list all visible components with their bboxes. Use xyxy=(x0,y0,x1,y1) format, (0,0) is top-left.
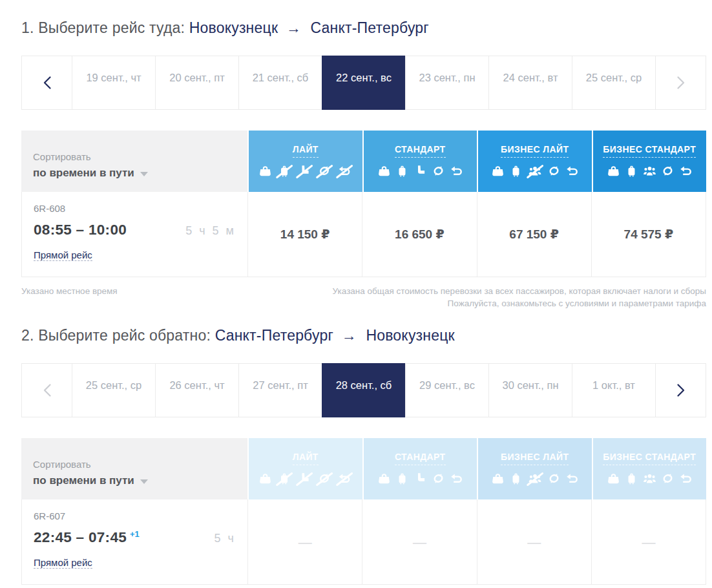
date-cell[interactable]: 24 сент., вт xyxy=(488,56,572,109)
fare-name[interactable]: БИЗНЕС ЛАЙТ xyxy=(501,144,569,158)
suitcase-icon-crossed xyxy=(276,163,293,178)
fare-column-standard[interactable]: СТАНДАРТ xyxy=(362,131,477,192)
fare-column-lite[interactable]: ЛАЙТ xyxy=(247,131,362,192)
date-label: 25 сент., ср xyxy=(586,72,642,83)
bag-icon xyxy=(377,471,392,486)
date-label: 1 окт., вт xyxy=(592,379,635,391)
prev-dates-button[interactable] xyxy=(22,364,72,417)
date-cell[interactable]: 29 сент., вс xyxy=(405,364,488,417)
date-label: 22 сент., вс xyxy=(336,72,392,83)
fare-icons xyxy=(377,163,464,179)
suitcase-icon xyxy=(624,163,639,178)
date-cell[interactable]: 30 сент., пн xyxy=(488,364,572,417)
fare-name[interactable]: ЛАЙТ xyxy=(293,144,319,158)
sort-label: Сортировать xyxy=(33,459,236,470)
refresh-icon xyxy=(431,163,446,178)
plus-days-badge: +1 xyxy=(130,529,140,539)
bag-icon xyxy=(490,163,505,178)
return-origin: Санкт-Петербург xyxy=(215,327,333,344)
date-cell[interactable]: 1 окт., вт xyxy=(572,364,656,417)
return-icon xyxy=(678,163,693,178)
date-cell-selected[interactable]: 22 сент., вс xyxy=(322,56,405,110)
refresh-icon xyxy=(431,471,446,486)
return-title: 2. Выберите рейс обратно: Санкт-Петербур… xyxy=(21,327,706,344)
refresh-icon-crossed xyxy=(316,471,333,486)
local-time-note: Указано местное время xyxy=(21,285,118,310)
price-cell-standard[interactable]: 16 650 ₽ xyxy=(362,192,476,277)
date-cell[interactable]: 27 сент., пт xyxy=(238,364,322,417)
price-placeholder-business-standard: — xyxy=(591,499,706,584)
seat-icon xyxy=(413,163,428,178)
price-disclaimer-line1: Указана общая стоимость перевозки за все… xyxy=(333,285,706,297)
flight-duration: 5 ч xyxy=(215,532,236,545)
date-cell[interactable]: 26 сент., чт xyxy=(155,364,238,417)
date-cell[interactable]: 19 сент., чт xyxy=(72,56,155,109)
return-destination: Новокузнецк xyxy=(366,327,454,344)
direct-flight-link[interactable]: Прямой рейс xyxy=(34,249,92,261)
direct-flight-link[interactable]: Прямой рейс xyxy=(34,557,92,569)
group-icon-crossed xyxy=(527,471,543,486)
refresh-icon-crossed xyxy=(316,163,333,178)
price-cell-business-standard[interactable]: 74 575 ₽ xyxy=(591,192,706,277)
date-label: 27 сент., пт xyxy=(253,379,308,391)
date-cell[interactable]: 25 сент., ср xyxy=(572,56,656,109)
bag-icon xyxy=(258,471,273,486)
flight-info-cell: 6R-608 08:55 – 10:00 5 ч 5 м Прямой рейс xyxy=(22,192,247,277)
fare-column-business-standard[interactable]: БИЗНЕС СТАНДАРТ xyxy=(592,131,707,192)
price-placeholder-standard: — xyxy=(362,499,476,584)
bag-icon xyxy=(606,471,621,486)
price-disclaimer-line2: Пожалуйста, ознакомьтесь с условиями и п… xyxy=(333,297,706,310)
fare-icons xyxy=(258,471,353,487)
fare-icons xyxy=(606,163,693,179)
date-cell-selected[interactable]: 28 сент., сб xyxy=(322,363,405,417)
flight-info-cell: 6R-607 22:45 – 07:45 +1 5 ч Прямой рейс xyxy=(22,499,247,584)
fare-column-lite-disabled: ЛАЙТ xyxy=(247,438,362,499)
return-icon-crossed xyxy=(336,471,353,486)
fare-name[interactable]: СТАНДАРТ xyxy=(395,144,446,158)
return-section: 2. Выберите рейс обратно: Санкт-Петербур… xyxy=(21,327,706,585)
fare-column-business-standard-disabled: БИЗНЕС СТАНДАРТ xyxy=(592,438,707,499)
date-label: 28 сент., сб xyxy=(336,379,392,391)
caret-down-icon xyxy=(140,479,148,484)
caret-down-icon xyxy=(140,172,148,176)
date-cell[interactable]: 23 сент., пн xyxy=(405,56,488,109)
fare-column-standard-disabled: СТАНДАРТ xyxy=(362,438,477,499)
outbound-title-prefix: 1. Выберите рейс туда: xyxy=(21,19,185,36)
date-cell[interactable]: 21 сент., сб xyxy=(238,56,322,109)
return-title-prefix: 2. Выберите рейс обратно: xyxy=(21,327,211,344)
price-cell-business-lite[interactable]: 67 150 ₽ xyxy=(477,192,591,277)
fare-column-business-lite-disabled: БИЗНЕС ЛАЙТ xyxy=(477,438,592,499)
sort-control[interactable]: Сортировать по времени в пути xyxy=(21,438,247,499)
suitcase-icon xyxy=(508,471,523,486)
date-cell[interactable]: 20 сент., пт xyxy=(155,56,238,109)
flight-times: 22:45 – 07:45 xyxy=(34,529,127,546)
chevron-right-icon xyxy=(675,75,687,90)
refresh-icon xyxy=(660,471,675,486)
return-icon xyxy=(449,163,464,178)
next-dates-button[interactable] xyxy=(656,56,706,109)
price-cell-lite[interactable]: 14 150 ₽ xyxy=(247,192,362,277)
seat-icon-crossed xyxy=(296,471,313,486)
date-label: 29 сент., вс xyxy=(419,379,475,391)
outbound-origin: Новокузнецк xyxy=(189,19,278,36)
flight-duration: 5 ч 5 м xyxy=(185,224,236,238)
bag-icon xyxy=(258,163,273,178)
flight-number: 6R-607 xyxy=(34,510,236,521)
date-carousel-return: 25 сент., ср 26 сент., чт 27 сент., пт 2… xyxy=(21,363,706,417)
fare-column-business-lite[interactable]: БИЗНЕС ЛАЙТ xyxy=(477,131,592,192)
refresh-icon xyxy=(547,163,561,178)
fare-table-return: Сортировать по времени в пути ЛАЙТ СТАНД… xyxy=(21,438,706,585)
date-carousel-outbound: 19 сент., чт 20 сент., пт 21 сент., сб 2… xyxy=(21,56,706,110)
next-dates-button[interactable] xyxy=(656,364,706,417)
date-cell[interactable]: 25 сент., ср xyxy=(72,364,155,417)
prev-dates-button[interactable] xyxy=(22,56,72,109)
fare-name[interactable]: БИЗНЕС СТАНДАРТ xyxy=(603,144,696,158)
outbound-destination: Санкт-Петербург xyxy=(311,19,429,36)
date-label: 20 сент., пт xyxy=(169,72,224,83)
return-icon-crossed xyxy=(336,163,353,178)
sort-control[interactable]: Сортировать по времени в пути xyxy=(21,131,247,192)
return-icon xyxy=(565,471,580,486)
price-placeholder-business-lite: — xyxy=(477,499,591,584)
price-placeholder-lite: — xyxy=(247,499,362,584)
fare-icons xyxy=(606,471,693,487)
